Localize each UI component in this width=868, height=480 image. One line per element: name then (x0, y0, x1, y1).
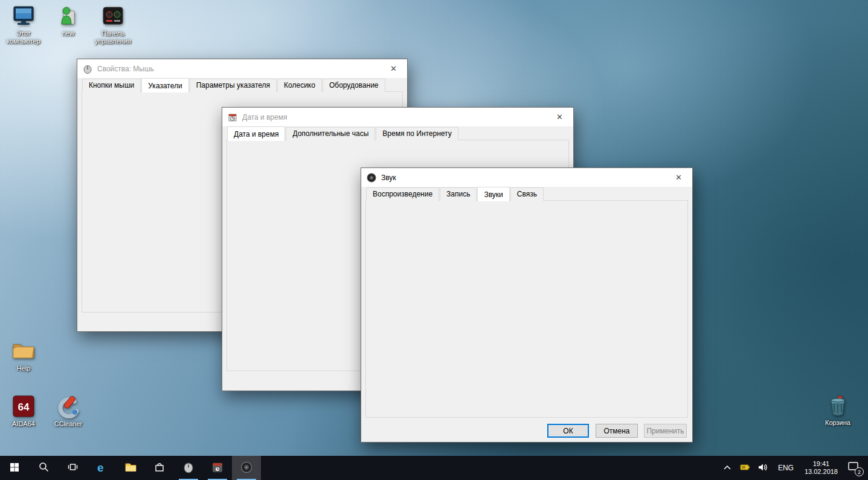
button-label: Отмена (603, 427, 629, 435)
speaker-volume-icon (758, 463, 768, 473)
tab-additional-clocks[interactable]: Дополнительные часы (286, 127, 375, 140)
close-icon[interactable]: ✕ (665, 168, 692, 187)
search-button[interactable] (29, 456, 58, 480)
close-icon[interactable]: ✕ (380, 59, 407, 78)
desktop-icon-label: Этот компьютер (0, 30, 47, 45)
taskbar-spacer (261, 456, 721, 480)
svg-text:e: e (97, 461, 104, 473)
monitor-icon (0, 4, 47, 28)
aida64-icon: 64 (0, 394, 47, 418)
ok-button[interactable]: ОК (547, 424, 589, 438)
tab-mouse-buttons[interactable]: Кнопки мыши (82, 79, 141, 92)
tray-chevron-button[interactable] (721, 456, 734, 480)
store-bag-icon (154, 462, 165, 475)
action-center-icon: 2 (847, 461, 862, 475)
apply-button[interactable]: Применить (644, 424, 687, 438)
system-tray: ENG 19:41 13.02.2018 2 (721, 456, 868, 480)
tab-hardware[interactable]: Оборудование (323, 79, 385, 92)
clock-date: 13.02.2018 (805, 468, 838, 476)
tray-battery-button[interactable] (738, 456, 752, 480)
ccleaner-icon (45, 394, 92, 418)
recycle-bin-icon (814, 393, 861, 417)
file-explorer-button[interactable] (116, 456, 145, 480)
desktop-icon-label: AIDA64 (0, 420, 47, 428)
start-button[interactable] (0, 456, 29, 480)
desktop-icon-new[interactable]: new (45, 4, 92, 37)
desktop-icon-control-panel[interactable]: Панель управления (89, 4, 137, 45)
tray-volume-button[interactable] (756, 456, 771, 480)
window-title: Дата и время (242, 113, 287, 122)
calendar-app-icon (211, 461, 223, 475)
clock-time: 19:41 (805, 460, 838, 468)
edge-button[interactable]: e (87, 456, 116, 480)
tab-wheel[interactable]: Колесико (277, 79, 322, 92)
button-label: Применить (646, 427, 684, 435)
sound-window: Звук ✕ Воспроизведение Запись Звуки Связ… (361, 167, 693, 443)
desktop-icon-label: CCleaner (45, 420, 92, 428)
tab-playback[interactable]: Воспроизведение (366, 187, 439, 201)
desktop-icon-this-pc[interactable]: Этот компьютер (0, 4, 47, 45)
notification-badge: 2 (855, 467, 864, 476)
tabstrip: Воспроизведение Запись Звуки Связь (366, 187, 544, 201)
desktop-icon-recycle-bin[interactable]: Корзина (814, 393, 861, 427)
tab-pointers[interactable]: Указатели (141, 78, 188, 92)
folder-icon (125, 462, 137, 474)
tab-sounds[interactable]: Звуки (477, 187, 509, 201)
chevron-up-icon (723, 464, 731, 472)
titlebar[interactable]: Дата и время ✕ (222, 108, 573, 126)
folder-icon (0, 339, 47, 363)
control-panel-icon (89, 4, 137, 28)
desktop-icon-aida64[interactable]: 64 AIDA64 (0, 394, 47, 428)
desktop-icon-ccleaner[interactable]: CCleaner (45, 394, 92, 428)
mouse-title-icon (83, 64, 92, 74)
close-icon[interactable]: ✕ (546, 108, 573, 126)
taskbar: e (0, 456, 868, 480)
svg-text:64: 64 (18, 401, 30, 413)
button-label: ОК (563, 427, 573, 435)
tabstrip: Кнопки мыши Указатели Параметры указател… (82, 78, 386, 92)
task-view-button[interactable] (58, 456, 87, 480)
desktop-icon-label: Панель управления (89, 30, 137, 45)
calendar-title-icon (228, 112, 237, 122)
person-icon (45, 4, 92, 28)
language-indicator[interactable]: ENG (774, 456, 797, 480)
desktop-icon-label: Корзина (814, 419, 861, 427)
window-title: Звук (381, 174, 396, 182)
tabstrip: Дата и время Дополнительные часы Время п… (227, 126, 459, 140)
battery-icon (740, 464, 750, 473)
desktop-icon-label: new (45, 30, 92, 37)
search-icon (39, 462, 49, 474)
desktop-icon-label: Help (0, 365, 47, 372)
tab-page (365, 200, 688, 418)
taskbar-clock[interactable]: 19:41 13.02.2018 (801, 460, 841, 476)
windows-logo-icon (10, 462, 19, 474)
speaker-app-icon (240, 461, 252, 475)
titlebar[interactable]: Свойства: Мышь ✕ (77, 59, 407, 78)
tab-communications[interactable]: Связь (510, 187, 544, 201)
window-title: Свойства: Мышь (97, 65, 154, 73)
tab-pointer-options[interactable]: Параметры указателя (190, 79, 277, 92)
titlebar[interactable]: Звук ✕ (361, 168, 692, 187)
desktop-icon-help[interactable]: Help (0, 339, 47, 372)
taskbar-app-sound[interactable] (232, 456, 261, 480)
cancel-button[interactable]: Отмена (596, 424, 638, 438)
tab-recording[interactable]: Запись (440, 187, 477, 201)
edge-icon: e (95, 461, 108, 475)
store-button[interactable] (145, 456, 174, 480)
tab-internet-time[interactable]: Время по Интернету (376, 127, 458, 140)
action-center-button[interactable]: 2 (845, 456, 864, 480)
tab-date-time[interactable]: Дата и время (227, 126, 285, 141)
task-view-icon (68, 462, 78, 473)
mouse-app-icon (182, 461, 194, 475)
taskbar-app-datetime[interactable] (203, 456, 232, 480)
taskbar-app-mouse[interactable] (174, 456, 203, 480)
speaker-title-icon (367, 173, 376, 183)
